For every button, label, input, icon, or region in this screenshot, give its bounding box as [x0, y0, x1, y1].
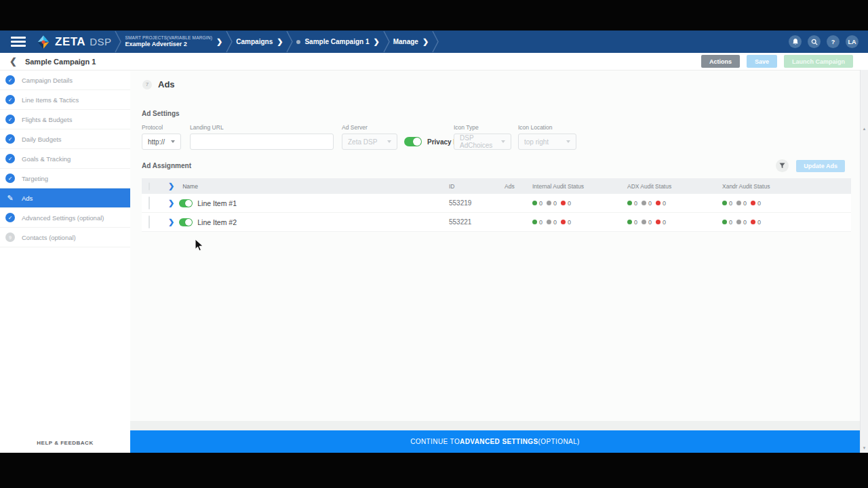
- zeta-logo-icon: [35, 34, 52, 50]
- row-checkbox[interactable]: [149, 216, 150, 228]
- icon-type-select[interactable]: DSP AdChoices: [454, 134, 511, 150]
- icon-location-field: Icon Location top right: [518, 124, 576, 150]
- status-approved-dot: [627, 220, 632, 224]
- protocol-field: Protocol http://: [142, 124, 181, 150]
- status-count: 0: [539, 219, 542, 226]
- table-row-line-item-2[interactable]: ❯ Line Item #2 553221 0 0 0 0 0 0: [142, 213, 851, 232]
- vertical-scrollbar[interactable]: ▲ ▼: [860, 70, 868, 453]
- nav-right-icons: ? LA: [789, 35, 859, 48]
- icon-type-label: Icon Type: [454, 124, 511, 131]
- line-item-toggle[interactable]: [179, 218, 193, 226]
- status-approved-dot: [532, 201, 537, 205]
- back-arrow-icon[interactable]: ❮: [9, 57, 17, 66]
- line-item-toggle[interactable]: [179, 199, 193, 207]
- scroll-up-arrow-icon[interactable]: ▲: [861, 127, 868, 131]
- sidebar-item-ads[interactable]: ✎ Ads: [0, 188, 130, 208]
- brand-suffix: DSP: [90, 36, 111, 47]
- sidebar-item-flights-budgets[interactable]: ✓ Flights & Budgets: [0, 110, 130, 129]
- ad-assignment-table: ❯ Name ID Ads Internal Audit Status ADX …: [142, 178, 851, 232]
- status-rejected-dot: [561, 201, 566, 205]
- sidebar-item-label: Ads: [22, 195, 33, 202]
- status-rejected-dot: [656, 220, 660, 224]
- column-header-adx-audit: ADX Audit Status: [627, 183, 722, 190]
- sidebar-item-label: Flights & Budgets: [22, 116, 72, 123]
- section-header: 7 Ads: [142, 79, 175, 89]
- status-count: 0: [757, 200, 761, 207]
- scroll-down-arrow-icon[interactable]: ▼: [861, 446, 868, 450]
- table-row-line-item-1[interactable]: ❯ Line Item #1 553219 0 0 0 0 0 0: [142, 194, 851, 213]
- continue-text-post: (OPTIONAL): [538, 438, 580, 445]
- check-icon: ✓: [5, 154, 15, 163]
- privacy-icon-toggle[interactable]: [404, 137, 422, 146]
- update-ads-button[interactable]: Update Ads: [796, 160, 845, 172]
- ad-server-select[interactable]: Zeta DSP: [342, 134, 397, 150]
- select-all-checkbox[interactable]: [149, 182, 150, 190]
- status-count: 0: [634, 219, 637, 226]
- status-rejected-dot: [751, 220, 755, 224]
- chevron-right-icon: ❯: [277, 37, 283, 46]
- status-count: 0: [568, 200, 571, 207]
- breadcrumb-campaigns[interactable]: Campaigns ❯: [236, 37, 283, 46]
- chevron-right-icon: ❯: [216, 37, 222, 46]
- status-pending-dot: [547, 201, 551, 205]
- breadcrumb-manage[interactable]: Manage ❯: [393, 37, 429, 46]
- actions-button[interactable]: Actions: [701, 55, 740, 68]
- line-item-name: Line Item #2: [197, 218, 237, 226]
- help-feedback-link[interactable]: HELP & FEEDBACK: [0, 440, 130, 446]
- expand-all-chevron-icon[interactable]: ❯: [168, 182, 174, 190]
- breadcrumb-separator: [225, 30, 233, 53]
- status-approved-dot: [532, 220, 537, 224]
- continue-button[interactable]: CONTINUE TO ADVANCED SETTINGS (OPTIONAL): [130, 430, 860, 453]
- ad-assignment-label: Ad Assignment: [142, 162, 191, 169]
- status-count: 0: [729, 219, 732, 226]
- hamburger-menu-icon[interactable]: [11, 37, 26, 47]
- user-avatar[interactable]: LA: [846, 35, 859, 48]
- table-header-row: ❯ Name ID Ads Internal Audit Status ADX …: [142, 178, 851, 194]
- search-icon[interactable]: [808, 35, 821, 48]
- continue-text-pre: CONTINUE TO: [410, 438, 460, 445]
- row-checkbox[interactable]: [149, 197, 150, 209]
- adx-audit-status: 0 0 0: [627, 219, 722, 226]
- check-icon: ✓: [5, 174, 15, 183]
- sidebar-item-campaign-details[interactable]: ✓ Campaign Details: [0, 70, 130, 90]
- sidebar-item-advanced-settings[interactable]: ✓ Advanced Settings (optional): [0, 208, 130, 228]
- chevron-right-icon: ❯: [422, 37, 429, 46]
- status-pending-dot: [736, 201, 741, 205]
- line-item-id: 553219: [449, 199, 505, 207]
- sidebar-item-targeting[interactable]: ✓ Targeting: [0, 169, 130, 188]
- notifications-bell-icon[interactable]: [789, 35, 802, 48]
- sidebar-item-goals-tracking[interactable]: ✓ Goals & Tracking: [0, 149, 130, 169]
- internal-audit-status: 0 0 0: [532, 219, 627, 226]
- icon-location-select[interactable]: top right: [518, 134, 576, 150]
- app-window: ZETA DSP SMART PROJECTS(VARIABLE MARGIN)…: [0, 30, 868, 453]
- landing-url-field: Landing URL: [190, 124, 334, 150]
- sidebar-item-label: Contacts (optional): [22, 234, 76, 241]
- header-buttons: Actions Save Launch Campaign: [701, 55, 853, 68]
- sidebar-item-daily-budgets[interactable]: ✓ Daily Budgets: [0, 129, 130, 149]
- adx-audit-status: 0 0 0: [627, 200, 722, 207]
- sidebar-item-contacts[interactable]: 9 Contacts (optional): [0, 228, 130, 247]
- check-icon: ✓: [5, 115, 15, 124]
- help-icon[interactable]: ?: [827, 35, 840, 48]
- landing-url-input[interactable]: [196, 138, 328, 146]
- breadcrumb-advertiser[interactable]: SMART PROJECTS(VARIABLE MARGIN) Example …: [125, 35, 222, 48]
- status-approved-dot: [722, 201, 727, 205]
- status-count: 0: [648, 200, 652, 207]
- column-header-id: ID: [449, 183, 505, 190]
- expand-row-chevron-icon[interactable]: ❯: [168, 199, 174, 207]
- sidebar-item-line-items-tactics[interactable]: ✓ Line Items & Tactics: [0, 90, 130, 110]
- ad-server-field: Ad Server Zeta DSP: [342, 124, 397, 150]
- breadcrumb-campaign[interactable]: Sample Campaign 1 ❯: [296, 37, 379, 46]
- chevron-right-icon: ❯: [373, 37, 379, 46]
- chevron-down-icon: [171, 140, 175, 143]
- status-pending-dot: [547, 220, 551, 224]
- expand-row-chevron-icon[interactable]: ❯: [168, 218, 174, 226]
- brand-logo[interactable]: ZETA DSP: [35, 34, 111, 50]
- internal-audit-status: 0 0 0: [532, 200, 627, 207]
- column-header-ads: Ads: [505, 183, 532, 190]
- save-button[interactable]: Save: [747, 55, 777, 68]
- filter-icon[interactable]: [776, 159, 789, 172]
- launch-campaign-button[interactable]: Launch Campaign: [784, 55, 853, 68]
- xandr-audit-status: 0 0 0: [722, 219, 851, 226]
- protocol-select[interactable]: http://: [142, 134, 181, 150]
